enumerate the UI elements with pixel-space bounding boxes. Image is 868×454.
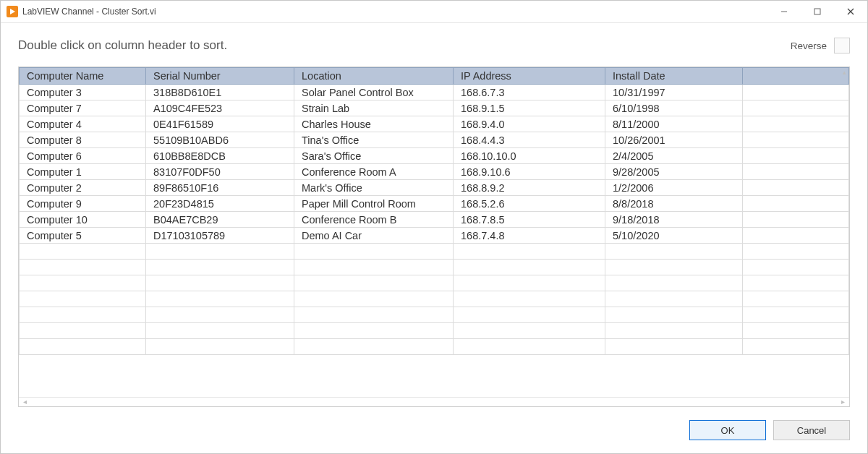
cell-empty	[20, 291, 146, 307]
cell-empty	[294, 275, 454, 291]
col-header-ip-address[interactable]: IP Address	[454, 68, 605, 85]
scroll-left-icon[interactable]: ◂	[23, 398, 27, 406]
table-row[interactable]: Computer 6610BB8E8DCBSara's Office168.10…	[20, 148, 849, 164]
cell-empty	[20, 323, 146, 339]
labview-icon	[7, 6, 18, 17]
cell-ip: 168.9.10.6	[454, 164, 605, 180]
cell-serial: 0E41F61589	[146, 116, 294, 132]
cell-location: Conference Room B	[294, 212, 454, 228]
col-header-computer-name[interactable]: Computer Name	[20, 68, 146, 85]
cell-empty	[146, 323, 294, 339]
table-scroll-area: Computer Name Serial Number Location IP …	[19, 67, 849, 397]
cell-name: Computer 2	[20, 180, 146, 196]
content-area: Double click on column header to sort. R…	[1, 23, 867, 453]
cell-serial: 55109B10ABD6	[146, 132, 294, 148]
cell-empty	[743, 307, 849, 323]
cell-ip: 168.5.2.6	[454, 196, 605, 212]
cell-location: Strain Lab	[294, 100, 454, 116]
cell-date: 8/11/2000	[605, 116, 743, 132]
cell-extra	[743, 116, 849, 132]
cell-location: Mark's Office	[294, 180, 454, 196]
cell-serial: 610BB8E8DCB	[146, 148, 294, 164]
cell-serial: B04AE7CB29	[146, 212, 294, 228]
cell-name: Computer 7	[20, 100, 146, 116]
cell-serial: 20F23D4815	[146, 196, 294, 212]
cell-location: Solar Panel Control Box	[294, 85, 454, 100]
cell-extra	[743, 164, 849, 180]
table-row[interactable]: Computer 920F23D4815Paper Mill Control R…	[20, 196, 849, 212]
table-row[interactable]: Computer 40E41F61589Charles House168.9.4…	[20, 116, 849, 132]
table-row-empty[interactable]	[20, 307, 849, 323]
cell-empty	[454, 339, 605, 355]
cell-name: Computer 8	[20, 132, 146, 148]
cell-extra	[743, 148, 849, 164]
cell-extra	[743, 100, 849, 116]
cell-extra	[743, 212, 849, 228]
scroll-right-icon[interactable]: ▸	[841, 398, 845, 406]
cell-serial: A109C4FE523	[146, 100, 294, 116]
cell-empty	[294, 244, 454, 260]
cell-name: Computer 6	[20, 148, 146, 164]
scroll-up-icon[interactable]: ▴	[840, 68, 848, 77]
cancel-button[interactable]: Cancel	[773, 420, 850, 440]
data-table-container: Computer Name Serial Number Location IP …	[18, 67, 850, 407]
cell-empty	[605, 260, 743, 275]
cell-name: Computer 5	[20, 228, 146, 244]
cell-empty	[20, 260, 146, 275]
cell-empty	[605, 339, 743, 355]
cell-date: 10/26/2001	[605, 132, 743, 148]
table-row[interactable]: Computer 289F86510F16Mark's Office168.8.…	[20, 180, 849, 196]
ok-button[interactable]: OK	[689, 420, 766, 440]
table-row[interactable]: Computer 3318B8D610E1Solar Panel Control…	[20, 85, 849, 100]
cell-empty	[20, 307, 146, 323]
table-row[interactable]: Computer 855109B10ABD6Tina's Office168.4…	[20, 132, 849, 148]
cell-date: 1/2/2006	[605, 180, 743, 196]
table-row-empty[interactable]	[20, 339, 849, 355]
table-body: Computer 3318B8D610E1Solar Panel Control…	[20, 85, 849, 355]
col-header-serial-number[interactable]: Serial Number	[146, 68, 294, 85]
close-button[interactable]	[834, 1, 867, 22]
cell-ip: 168.9.1.5	[454, 100, 605, 116]
cell-empty	[454, 307, 605, 323]
table-row[interactable]: Computer 7A109C4FE523Strain Lab168.9.1.5…	[20, 100, 849, 116]
data-table: Computer Name Serial Number Location IP …	[19, 67, 849, 355]
cell-date: 8/8/2018	[605, 196, 743, 212]
col-header-location[interactable]: Location	[294, 68, 454, 85]
cell-location: Sara's Office	[294, 148, 454, 164]
cell-empty	[454, 260, 605, 275]
window-title: LabVIEW Channel - Cluster Sort.vi	[22, 7, 156, 17]
cell-date: 2/4/2005	[605, 148, 743, 164]
table-row-empty[interactable]	[20, 275, 849, 291]
table-row[interactable]: Computer 183107F0DF50Conference Room A16…	[20, 164, 849, 180]
col-header-extra[interactable]	[743, 68, 849, 85]
cell-date: 9/28/2005	[605, 164, 743, 180]
maximize-button[interactable]	[801, 1, 834, 22]
table-row-empty[interactable]	[20, 244, 849, 260]
cell-location: Paper Mill Control Room	[294, 196, 454, 212]
table-row-empty[interactable]	[20, 323, 849, 339]
cell-empty	[294, 339, 454, 355]
table-row[interactable]: Computer 5D17103105789Demo AI Car168.7.4…	[20, 228, 849, 244]
vertical-scrollbar[interactable]: ▴	[840, 68, 848, 387]
cell-empty	[454, 323, 605, 339]
cell-extra	[743, 196, 849, 212]
table-row-empty[interactable]	[20, 260, 849, 275]
top-row: Double click on column header to sort. R…	[18, 38, 850, 53]
cell-empty	[20, 244, 146, 260]
table-row-empty[interactable]	[20, 291, 849, 307]
cell-serial: 318B8D610E1	[146, 85, 294, 100]
cell-empty	[294, 260, 454, 275]
cell-date: 9/18/2018	[605, 212, 743, 228]
horizontal-scrollbar[interactable]: ◂ ▸	[19, 397, 849, 406]
minimize-button[interactable]	[767, 1, 801, 22]
cell-serial: 89F86510F16	[146, 180, 294, 196]
table-row[interactable]: Computer 10B04AE7CB29Conference Room B16…	[20, 212, 849, 228]
cell-extra	[743, 228, 849, 244]
cell-empty	[146, 307, 294, 323]
cell-name: Computer 1	[20, 164, 146, 180]
col-header-install-date[interactable]: Install Date	[605, 68, 743, 85]
reverse-checkbox[interactable]	[834, 38, 850, 53]
cell-location: Tina's Office	[294, 132, 454, 148]
cell-empty	[454, 244, 605, 260]
cell-empty	[743, 260, 849, 275]
